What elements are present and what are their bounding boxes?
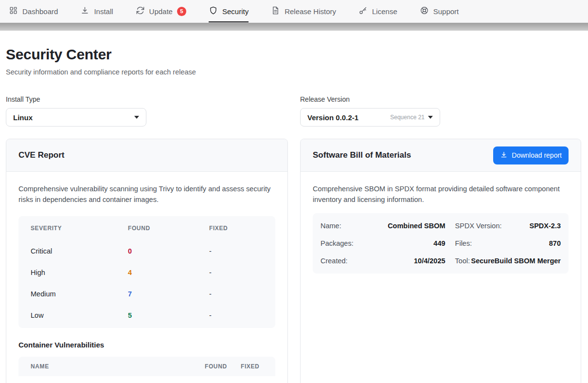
fixed-count: - xyxy=(209,290,263,298)
release-version-value: Version 0.0.2-1 xyxy=(307,113,358,122)
key-icon xyxy=(358,6,368,17)
top-nav: Dashboard Install Update 5 Security Rele… xyxy=(0,0,588,23)
install-type-label: Install Type xyxy=(6,95,146,103)
info-label: Tool: xyxy=(455,257,470,265)
release-version-filter: Release Version Version 0.0.2-1 Sequence… xyxy=(300,95,440,127)
nav-label: Security xyxy=(222,7,249,16)
sbom-card-header: Software Bill of Materials Download repo… xyxy=(301,139,581,172)
nav-item-update[interactable]: Update 5 xyxy=(136,0,186,22)
page-title: Security Center xyxy=(6,46,582,63)
download-report-label: Download report xyxy=(512,151,562,159)
scroll-shadow-band xyxy=(0,23,588,31)
cve-description: Comprehensive vulnerability scanning usi… xyxy=(18,184,275,205)
install-type-value: Linux xyxy=(13,113,33,122)
found-count: 4 xyxy=(128,269,209,276)
info-label: Created: xyxy=(321,257,348,265)
table-row: Critical 0 - xyxy=(18,240,275,262)
fixed-count: - xyxy=(209,311,263,319)
sbom-card: Software Bill of Materials Download repo… xyxy=(300,139,581,383)
nav-item-support[interactable]: Support xyxy=(420,0,459,22)
cards-row: CVE Report Comprehensive vulnerability s… xyxy=(6,139,582,383)
shield-icon xyxy=(209,6,218,17)
nav-label: Dashboard xyxy=(22,7,58,16)
info-label: Files: xyxy=(455,239,472,247)
sbom-description: Comprehensive SBOM in SPDX format provid… xyxy=(313,184,569,205)
cve-card-header: CVE Report xyxy=(6,139,287,172)
nav-item-security[interactable]: Security xyxy=(209,0,249,22)
dashboard-icon xyxy=(9,6,18,17)
info-value: SPDX-2.3 xyxy=(530,222,561,230)
cve-report-card: CVE Report Comprehensive vulnerability s… xyxy=(6,139,288,383)
sbom-info-item: Files: 870 xyxy=(455,235,561,252)
info-value: Combined SBOM xyxy=(388,222,445,230)
chevron-down-icon xyxy=(428,116,433,119)
install-type-select[interactable]: Linux xyxy=(6,108,146,127)
found-count: 5 xyxy=(128,311,209,319)
container-vulnerabilities-title: Container Vulnerabilities xyxy=(18,341,275,349)
table-row: Medium 7 - xyxy=(18,283,275,305)
sbom-card-body: Comprehensive SBOM in SPDX format provid… xyxy=(301,172,581,286)
fixed-column-header: FIXED xyxy=(209,225,263,232)
file-text-icon xyxy=(271,6,280,17)
nav-label: Support xyxy=(433,7,459,16)
nav-item-license[interactable]: License xyxy=(358,0,397,22)
fixed-count: - xyxy=(209,247,263,255)
found-column-header: FOUND xyxy=(128,225,209,232)
info-value: 10/4/2025 xyxy=(414,257,445,265)
severity-label: Critical xyxy=(31,247,128,255)
fixed-column-header: FIXED xyxy=(241,363,263,370)
severity-table: SEVERITY FOUND FIXED Critical 0 - High 4… xyxy=(18,216,275,328)
found-column-header: FOUND xyxy=(205,363,235,370)
sbom-info-item: Created: 10/4/2025 xyxy=(321,252,445,270)
found-count: 7 xyxy=(128,290,209,298)
info-label: Packages: xyxy=(321,239,354,247)
download-icon xyxy=(80,6,89,17)
name-column-header: NAME xyxy=(31,363,205,370)
nav-label: Release History xyxy=(285,7,336,16)
sbom-info-item: Tool: SecureBuild SBOM Merger xyxy=(455,252,561,270)
found-count: 0 xyxy=(128,247,209,255)
download-icon xyxy=(500,151,508,160)
main-content: Security Center Security information and… xyxy=(0,46,588,383)
refresh-icon xyxy=(136,6,145,17)
sbom-info-item: Name: Combined SBOM xyxy=(321,217,445,235)
download-report-button[interactable]: Download report xyxy=(493,146,569,164)
severity-label: Low xyxy=(31,311,128,319)
severity-column-header: SEVERITY xyxy=(31,225,128,232)
severity-label: High xyxy=(31,269,128,276)
release-version-label: Release Version xyxy=(300,95,440,103)
filters-row: Install Type Linux Release Version Versi… xyxy=(6,95,582,127)
nav-label: Update xyxy=(149,7,173,16)
severity-label: Medium xyxy=(31,290,128,298)
nav-item-release-history[interactable]: Release History xyxy=(271,0,336,22)
install-type-filter: Install Type Linux xyxy=(6,95,146,127)
chevron-down-icon xyxy=(134,116,139,119)
info-label: SPDX Version: xyxy=(455,222,502,230)
info-value: 870 xyxy=(549,239,561,247)
table-row: Low 5 - xyxy=(18,305,275,326)
cve-card-body: Comprehensive vulnerability scanning usi… xyxy=(6,172,287,383)
sbom-info-item: Packages: 449 xyxy=(321,235,445,252)
nav-label: Install xyxy=(94,7,113,16)
sbom-info-item: SPDX Version: SPDX-2.3 xyxy=(455,217,561,235)
info-value: 449 xyxy=(433,239,445,247)
cve-card-title: CVE Report xyxy=(18,150,64,160)
nav-item-dashboard[interactable]: Dashboard xyxy=(9,0,58,22)
info-label: Name: xyxy=(321,222,341,230)
page-subtitle: Security information and compliance repo… xyxy=(6,68,582,76)
severity-table-header: SEVERITY FOUND FIXED xyxy=(18,216,275,240)
fixed-count: - xyxy=(209,269,263,276)
sbom-card-title: Software Bill of Materials xyxy=(313,150,411,160)
sequence-label: Sequence 21 xyxy=(390,114,425,121)
nav-label: License xyxy=(372,7,397,16)
table-row: High 4 - xyxy=(18,262,275,283)
update-count-badge: 5 xyxy=(177,7,186,16)
container-vulnerabilities-table-header: NAME FOUND FIXED xyxy=(18,357,275,376)
release-version-select[interactable]: Version 0.0.2-1 Sequence 21 xyxy=(300,108,440,127)
lifebuoy-icon xyxy=(420,6,429,17)
sbom-info-grid: Name: Combined SBOM SPDX Version: SPDX-2… xyxy=(313,213,569,274)
info-value: SecureBuild SBOM Merger xyxy=(471,257,561,265)
nav-item-install[interactable]: Install xyxy=(80,0,113,22)
